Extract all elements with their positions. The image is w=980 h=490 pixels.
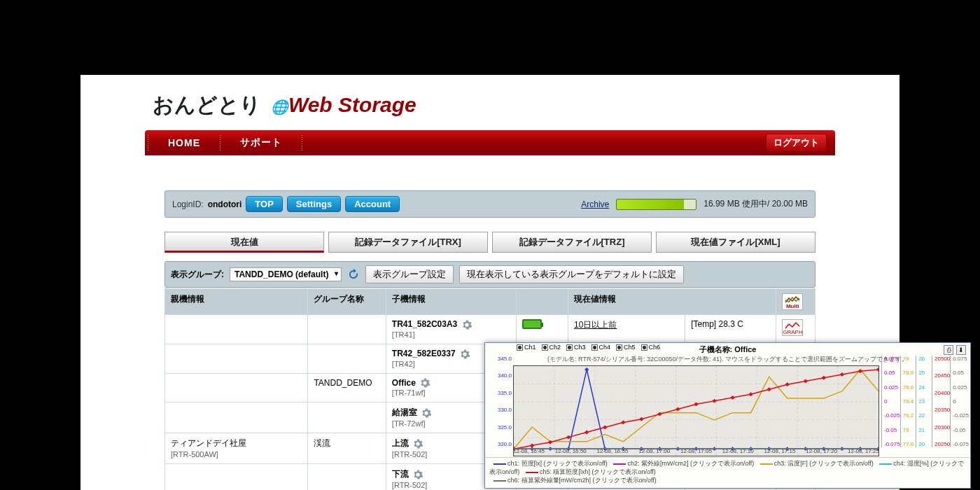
cell-parent bbox=[165, 402, 308, 433]
chart-print-icon[interactable]: ⎙ bbox=[944, 345, 953, 355]
cell-group: TANDD_DEMO bbox=[308, 373, 386, 402]
gear-icon[interactable] bbox=[413, 470, 423, 479]
svg-marker-40 bbox=[639, 417, 643, 421]
refresh-icon[interactable] bbox=[347, 268, 360, 281]
chart-download-icon[interactable]: ⬇ bbox=[956, 345, 966, 355]
chart-legend: ch1: 照度[lx] (クリックで表示on/off) ch2: 紫外線[mW/… bbox=[485, 457, 970, 486]
gear-icon[interactable] bbox=[421, 408, 431, 418]
svg-marker-45 bbox=[730, 396, 734, 400]
svg-marker-16 bbox=[584, 368, 589, 372]
cell-group bbox=[308, 464, 386, 490]
group-toolbar: 表示グループ: TANDD_DEMO (default) 表示グループ設定 現在… bbox=[164, 261, 816, 288]
cell-parent bbox=[165, 315, 308, 344]
storage-usage-text: 16.99 MB 使用中/ 20.00 MB bbox=[704, 198, 808, 210]
storage-usage-meter bbox=[616, 199, 696, 210]
legend-item[interactable]: ch3: 温度[F] (クリックで表示on/off) bbox=[774, 460, 874, 467]
svg-marker-51 bbox=[840, 372, 844, 377]
group-label: 表示グループ: bbox=[171, 269, 224, 281]
svg-marker-44 bbox=[712, 399, 716, 403]
channel-toggle[interactable]: Ch1 bbox=[517, 344, 536, 351]
cell-group: 渓流 bbox=[308, 433, 386, 464]
gear-icon[interactable] bbox=[413, 439, 423, 449]
top-button[interactable]: TOP bbox=[246, 196, 283, 212]
set-default-group-button[interactable]: 現在表示している表示グループをデフォルトに設定 bbox=[459, 265, 684, 284]
th-now: 現在値情報 bbox=[568, 289, 776, 315]
svg-marker-52 bbox=[858, 369, 862, 373]
svg-marker-53 bbox=[876, 368, 878, 372]
x-axis-labels: 12-08, 16:4512-08, 16:5012-08, 16:5512-0… bbox=[513, 448, 879, 454]
svg-marker-46 bbox=[749, 392, 753, 396]
svg-marker-43 bbox=[694, 402, 698, 407]
tab-trx[interactable]: 記録データファイル[TRX] bbox=[328, 232, 488, 253]
svg-marker-48 bbox=[785, 382, 790, 386]
cell-parent bbox=[165, 373, 308, 402]
th-child: 子機情報 bbox=[386, 289, 516, 315]
group-settings-button[interactable]: 表示グループ設定 bbox=[365, 265, 454, 284]
graph-popup: Ch1Ch2Ch3Ch4Ch5Ch6 ⎙ ⬇ 子機名称: Office (モデル… bbox=[484, 342, 971, 489]
file-tabs: 現在値 記録データファイル[TRX] 記録データファイル[TRZ] 現在値ファイ… bbox=[164, 232, 816, 253]
tab-trz[interactable]: 記録データファイル[TRZ] bbox=[492, 232, 652, 253]
cell-group bbox=[308, 315, 386, 344]
login-id-label: LoginID: bbox=[172, 200, 204, 209]
channel-toggle[interactable]: Ch4 bbox=[592, 344, 611, 351]
svg-marker-47 bbox=[767, 387, 771, 391]
channel-toggle[interactable]: Ch2 bbox=[542, 344, 561, 351]
nav-home[interactable]: HOME bbox=[148, 137, 220, 148]
legend-item[interactable]: ch1: 照度[lx] (クリックで表示on/off) bbox=[507, 460, 608, 467]
y-axis-left: 345.0340.0335.0330.0325.0320.0 bbox=[491, 356, 512, 447]
main-nav: HOME サポート ログアウト bbox=[145, 130, 835, 155]
svg-marker-39 bbox=[621, 420, 625, 424]
cell-graph: GRAPH bbox=[776, 315, 816, 344]
cell-parent bbox=[165, 464, 308, 490]
channel-toggle[interactable]: Ch5 bbox=[616, 344, 636, 351]
svg-marker-36 bbox=[566, 435, 570, 440]
svg-marker-42 bbox=[676, 407, 680, 412]
svg-marker-34 bbox=[530, 443, 534, 447]
svg-marker-38 bbox=[603, 426, 607, 430]
battery-icon bbox=[522, 319, 542, 329]
th-parent: 親機情報 bbox=[165, 289, 308, 315]
nav-support[interactable]: サポート bbox=[220, 136, 302, 149]
svg-marker-49 bbox=[804, 379, 808, 383]
cell-age: 10日以上前 bbox=[568, 315, 685, 344]
legend-item[interactable]: ch5: 積算照度[lxh] (クリックで表示on/off) bbox=[540, 468, 656, 475]
th-multi: Multi bbox=[776, 289, 816, 315]
channel-toggle[interactable]: Ch6 bbox=[641, 344, 661, 351]
gear-icon[interactable] bbox=[462, 320, 472, 330]
cell-child: TR41_582C03A3 [TR41] bbox=[386, 315, 516, 344]
account-button[interactable]: Account bbox=[345, 196, 400, 212]
graph-icon[interactable]: GRAPH bbox=[782, 319, 803, 336]
channel-toggle[interactable]: Ch3 bbox=[566, 344, 586, 351]
cell-value: [Temp] 28.3 C bbox=[685, 315, 776, 344]
th-group: グループ名称 bbox=[308, 289, 386, 315]
logo: おんどとり 🌐Web Storage bbox=[80, 75, 899, 130]
multi-graph-icon[interactable]: Multi bbox=[782, 293, 803, 310]
legend-item[interactable]: ch6: 積算紫外線量[mW/cm2h] (クリックで表示on/off) bbox=[507, 477, 657, 484]
tab-xml[interactable]: 現在値ファイル[XML] bbox=[656, 232, 816, 253]
svg-marker-37 bbox=[584, 430, 589, 435]
chart-plot-area[interactable] bbox=[513, 365, 879, 456]
tab-current-value[interactable]: 現在値 bbox=[164, 232, 324, 253]
svg-marker-50 bbox=[822, 376, 826, 380]
login-id-value: ondotori bbox=[208, 200, 242, 209]
logo-part2: Web Storage bbox=[288, 93, 416, 116]
y-axes-right: 0.0750.050.0250-0.025-0.05-0.0757978.878… bbox=[881, 356, 969, 447]
age-link[interactable]: 10日以上前 bbox=[574, 320, 617, 330]
cell-parent bbox=[165, 344, 308, 373]
cell-battery bbox=[516, 315, 568, 344]
legend-item[interactable]: ch2: 紫外線[mW/cm2] (クリックで表示on/off) bbox=[627, 460, 754, 467]
cell-parent: ティアンドデイ社屋[RTR-500AW] bbox=[165, 433, 308, 464]
group-select[interactable]: TANDD_DEMO (default) bbox=[230, 267, 342, 281]
gear-icon[interactable] bbox=[420, 378, 430, 388]
channel-checks: Ch1Ch2Ch3Ch4Ch5Ch6 bbox=[517, 344, 660, 351]
login-bar: LoginID: ondotori TOP Settings Account A… bbox=[164, 190, 816, 218]
cell-group bbox=[308, 402, 386, 433]
gear-icon[interactable] bbox=[460, 349, 470, 359]
logo-part1: おんどとり bbox=[153, 93, 261, 116]
logout-button[interactable]: ログアウト bbox=[766, 134, 827, 152]
table-row: TR41_582C03A3 [TR41]10日以上前[Temp] 28.3 CG… bbox=[165, 315, 816, 344]
th-battery bbox=[516, 289, 568, 315]
settings-button[interactable]: Settings bbox=[287, 196, 341, 212]
cell-group bbox=[308, 344, 386, 373]
archive-link[interactable]: Archive bbox=[581, 200, 609, 209]
